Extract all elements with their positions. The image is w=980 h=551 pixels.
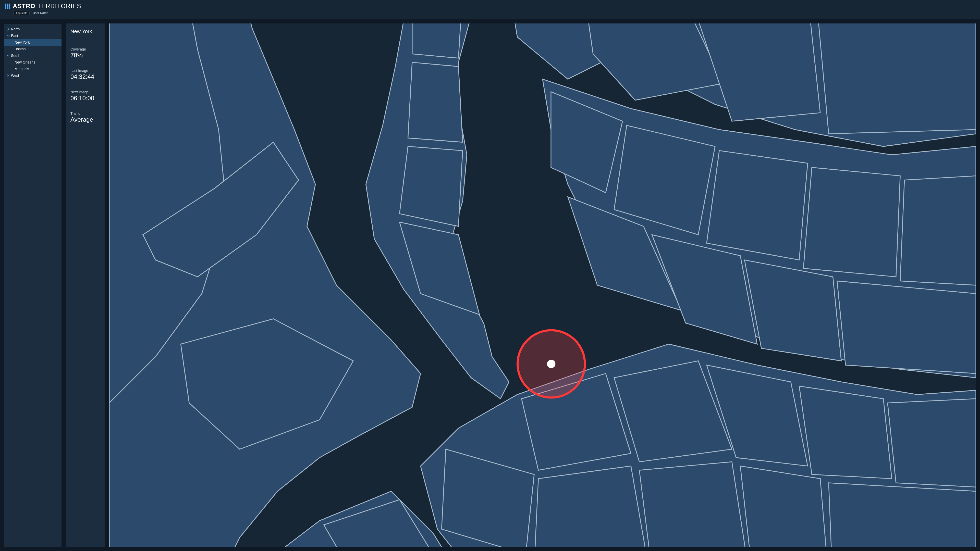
tree-item-label: Boston [14,47,26,51]
territory-map[interactable] [109,24,976,547]
tree-city-new-orleans[interactable]: New Orleans [4,59,62,65]
tree-region-west[interactable]: West [4,72,62,79]
chevron-right-icon [6,27,10,31]
detail-title: New York [70,29,100,35]
tree-item-label: North [11,27,20,31]
app-header: ASTRO TERRITORIES App state User Name [0,0,980,19]
app-state-tag[interactable]: App state [13,11,30,15]
app-title-bold: ASTRO [13,3,35,10]
tree-item-label: New Orleans [14,60,35,64]
territory-detail-panel: New York Coverage 78% Last Image 04:32:4… [66,24,105,547]
detail-traffic-label: Traffic [70,111,100,116]
tree-item-label: Memphis [14,67,29,71]
user-name[interactable]: User Name [33,11,48,15]
chevron-down-icon [6,54,10,57]
app-title-light: TERRITORIES [37,3,81,10]
tree-city-new-york[interactable]: New York [4,39,62,46]
tree-item-label: West [11,73,19,78]
chevron-right-icon [6,74,10,77]
detail-coverage: Coverage 78% [70,47,100,59]
detail-traffic: Traffic Average [70,111,100,123]
tree-city-memphis[interactable]: Memphis [4,65,62,72]
map-marker-dot [547,360,555,368]
app-title: ASTRO TERRITORIES [13,3,81,10]
detail-next-image-label: Next Image [70,90,100,94]
tree-item-label: New York [14,40,30,44]
detail-next-image: Next Image 06:10:00 [70,90,100,102]
detail-coverage-label: Coverage [70,47,100,51]
detail-traffic-value: Average [70,116,100,123]
detail-last-image: Last Image 04:32:44 [70,68,100,80]
chevron-down-icon [6,34,10,38]
detail-next-image-value: 06:10:00 [70,95,100,102]
tree-region-north[interactable]: North [4,26,62,32]
territory-tree: NorthEastNew YorkBostonSouthNew OrleansM… [4,24,62,547]
tree-item-label: East [11,34,18,38]
detail-last-image-value: 04:32:44 [70,73,100,80]
tree-region-south[interactable]: South [4,52,62,59]
tree-city-boston[interactable]: Boston [4,46,62,52]
map-svg [109,24,976,547]
detail-last-image-label: Last Image [70,68,100,73]
tree-item-label: South [11,54,21,58]
tree-region-east[interactable]: East [4,32,62,39]
apps-grid-icon[interactable] [5,3,10,9]
detail-coverage-value: 78% [70,52,100,59]
